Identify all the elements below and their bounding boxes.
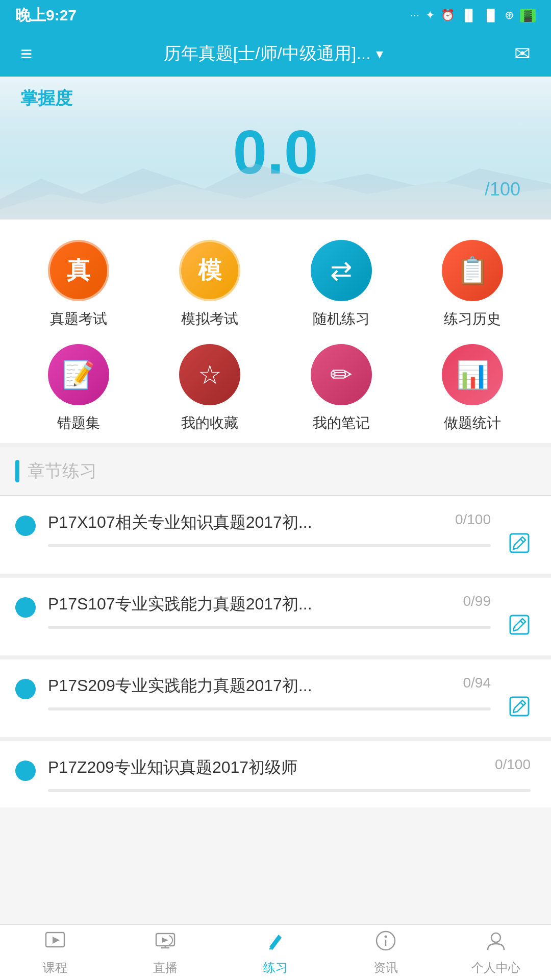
action-circle-real-exam: 真 (48, 240, 109, 301)
action-circle-history: 📋 (442, 240, 503, 301)
practice-label: 练习 (263, 960, 288, 976)
list-title-row-0: P17X107相关专业知识真题2017初... 0/100 (48, 511, 491, 534)
status-time: 晚上9:27 (15, 5, 77, 26)
edit-icon-1[interactable] (508, 614, 531, 638)
list-content-0: P17X107相关专业知识真题2017初... 0/100 (48, 511, 491, 547)
info-icon (374, 929, 397, 957)
list-progress-3 (48, 789, 531, 792)
status-icons: ··· ✦ ⏰ ▐▌ ▐▌ ⊛ ▓ (410, 9, 536, 22)
chevron-down-icon: ▾ (376, 45, 383, 62)
list-content-1: P17S107专业实践能力真题2017初... 0/99 (48, 593, 491, 629)
svg-marker-8 (162, 938, 168, 943)
signal2-icon: ▐▌ (483, 9, 498, 22)
edit-icon-2[interactable] (508, 695, 531, 720)
app-header: ≡ 历年真题[士/师/中级通用]... ▾ ✉ (0, 31, 551, 77)
action-wrong-set[interactable]: 📝错题集 (15, 344, 142, 433)
list-dot-0 (15, 516, 36, 536)
svg-marker-4 (53, 937, 60, 944)
battery-icon: ▓ (520, 9, 536, 22)
mastery-section: 掌握度 0.0 /100 (0, 77, 551, 219)
action-random-practice[interactable]: ⇄随机练习 (278, 240, 405, 329)
list-item-0[interactable]: P17X107相关专业知识真题2017初... 0/100 (0, 496, 551, 578)
action-label-wrong-set: 错题集 (57, 413, 100, 433)
mail-icon[interactable]: ✉ (514, 42, 531, 65)
status-bar: 晚上9:27 ··· ✦ ⏰ ▐▌ ▐▌ ⊛ ▓ (0, 0, 551, 31)
list-dot-1 (15, 597, 36, 618)
action-notes[interactable]: ✏我的笔记 (278, 344, 405, 433)
live-icon (154, 929, 177, 957)
info-label: 资讯 (373, 960, 398, 976)
alarm-icon: ⏰ (441, 9, 455, 22)
practice-icon (264, 929, 287, 957)
list-count-2: 0/94 (463, 675, 491, 691)
menu-icon[interactable]: ≡ (20, 42, 32, 65)
courses-icon (44, 929, 66, 957)
list-item-3[interactable]: P17Z209专业知识真题2017初级师 0/100 (0, 741, 551, 807)
list-content-2: P17S209专业实践能力真题2017初... 0/94 (48, 675, 491, 710)
svg-point-13 (491, 933, 500, 942)
nav-item-courses[interactable]: 课程 (0, 925, 110, 980)
action-history[interactable]: 📋练习历史 (410, 240, 536, 329)
list-title-row-2: P17S209专业实践能力真题2017初... 0/94 (48, 675, 491, 697)
mountain-decoration (0, 158, 551, 219)
chapter-list: P17X107相关专业知识真题2017初... 0/100 P17S107专业实… (0, 496, 551, 807)
action-stats[interactable]: 📊做题统计 (410, 344, 536, 433)
list-title-1: P17S107专业实践能力真题2017初... (48, 593, 453, 616)
dots-icon: ··· (410, 9, 419, 22)
bottom-navigation: 课程 直播 练习 资讯 个人中心 (0, 924, 551, 980)
mastery-label: 掌握度 (20, 87, 531, 110)
list-dot-2 (15, 679, 36, 699)
action-circle-stats: 📊 (442, 344, 503, 405)
list-title-row-1: P17S107专业实践能力真题2017初... 0/99 (48, 593, 491, 616)
header-title-area[interactable]: 历年真题[士/师/中级通用]... ▾ (164, 42, 383, 65)
list-title-2: P17S209专业实践能力真题2017初... (48, 675, 453, 697)
wifi-icon: ⊛ (505, 9, 514, 22)
action-circle-random-practice: ⇄ (311, 240, 372, 301)
signal1-icon: ▐▌ (461, 9, 477, 22)
list-item-2[interactable]: P17S209专业实践能力真题2017初... 0/94 (0, 659, 551, 741)
section-title: 章节练习 (28, 459, 97, 483)
list-dot-3 (15, 761, 36, 781)
action-label-notes: 我的笔记 (313, 413, 370, 433)
list-title-row-3: P17Z209专业知识真题2017初级师 0/100 (48, 756, 531, 779)
list-title-0: P17X107相关专业知识真题2017初... (48, 511, 445, 534)
list-count-1: 0/99 (463, 593, 491, 609)
section-bar-accent (15, 460, 19, 482)
nav-item-practice[interactable]: 练习 (220, 925, 331, 980)
action-label-favorites: 我的收藏 (181, 413, 238, 433)
list-content-3: P17Z209专业知识真题2017初级师 0/100 (48, 756, 531, 792)
svg-point-11 (385, 935, 387, 938)
action-circle-wrong-set: 📝 (48, 344, 109, 405)
edit-icon-0[interactable] (508, 532, 531, 556)
profile-label: 个人中心 (471, 960, 520, 976)
action-real-exam[interactable]: 真真题考试 (15, 240, 142, 329)
nav-item-live[interactable]: 直播 (110, 925, 220, 980)
action-circle-notes: ✏ (311, 344, 372, 405)
list-progress-0 (48, 544, 491, 547)
profile-icon (485, 929, 507, 957)
list-count-0: 0/100 (455, 511, 491, 528)
list-progress-2 (48, 707, 491, 710)
list-count-3: 0/100 (495, 756, 531, 773)
nav-item-info[interactable]: 资讯 (331, 925, 441, 980)
action-label-random-practice: 随机练习 (313, 309, 370, 329)
list-progress-1 (48, 626, 491, 629)
courses-label: 课程 (43, 960, 67, 976)
action-circle-favorites: ☆ (179, 344, 240, 405)
live-label: 直播 (153, 960, 178, 976)
bluetooth-icon: ✦ (425, 9, 435, 22)
action-grid: 真真题考试模模拟考试⇄随机练习📋练习历史📝错题集☆我的收藏✏我的笔记📊做题统计 (0, 219, 551, 447)
action-label-mock-exam: 模拟考试 (181, 309, 238, 329)
list-item-1[interactable]: P17S107专业实践能力真题2017初... 0/99 (0, 578, 551, 659)
section-header: 章节练习 (0, 447, 551, 496)
header-title-text: 历年真题[士/师/中级通用]... (164, 42, 371, 65)
list-title-3: P17Z209专业知识真题2017初级师 (48, 756, 485, 779)
action-label-real-exam: 真题考试 (50, 309, 107, 329)
action-favorites[interactable]: ☆我的收藏 (147, 344, 273, 433)
action-label-stats: 做题统计 (444, 413, 501, 433)
action-circle-mock-exam: 模 (179, 240, 240, 301)
nav-item-profile[interactable]: 个人中心 (441, 925, 551, 980)
action-label-history: 练习历史 (444, 309, 501, 329)
action-mock-exam[interactable]: 模模拟考试 (147, 240, 273, 329)
